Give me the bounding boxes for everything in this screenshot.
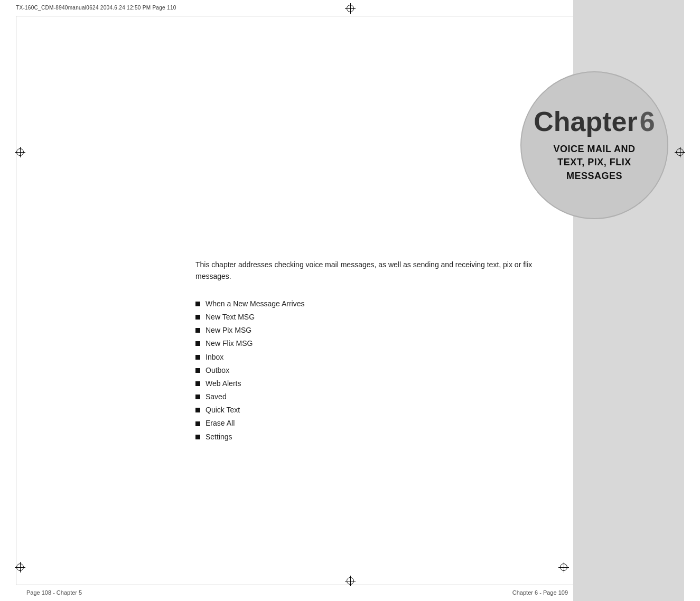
toc-item: Settings [195,430,568,444]
crosshair-top-right [675,147,685,157]
crosshair-bottom-right [558,562,569,572]
toc-item: Web Alerts [195,377,568,390]
main-content: This chapter addresses checking voice ma… [195,259,568,569]
bullet-icon [195,395,200,399]
toc-list: When a New Message ArrivesNew Text MSGNe… [195,297,568,444]
bullet-icon [195,421,200,426]
bullet-icon [195,381,200,386]
chapter-circle: Chapter 6 VOICE MAIL AND TEXT, PIX, FLIX… [520,71,668,219]
crosshair-top-center [345,3,356,14]
bullet-icon [195,408,200,412]
toc-item: New Flix MSG [195,337,568,350]
crosshair-top-left [15,147,25,157]
page-border-left [16,16,16,585]
bullet-icon [195,315,200,320]
toc-item-text: Inbox [206,351,223,364]
crosshair-bottom-center [345,576,356,586]
footer-right: Chapter 6 - Page 109 [512,589,568,596]
toc-item-text: Outbox [206,364,229,377]
toc-item: Saved [195,390,568,403]
toc-item-text: Web Alerts [206,377,241,390]
bullet-icon [195,368,200,373]
toc-item: Inbox [195,351,568,364]
intro-text: This chapter addresses checking voice ma… [195,259,568,283]
toc-item-text: When a New Message Arrives [206,297,305,311]
toc-item: When a New Message Arrives [195,297,568,311]
bullet-icon [195,355,200,360]
toc-item: Quick Text [195,403,568,417]
bullet-icon [195,435,200,439]
bullet-icon [195,302,200,306]
toc-item-text: Saved [206,390,227,403]
toc-item-text: Settings [206,430,232,444]
chapter-number: 6 [640,108,655,135]
header-text: TX-160C_CDM-8940manual0624 2004.6.24 12:… [16,5,176,11]
toc-item-text: New Text MSG [206,311,255,324]
toc-item-text: Erase All [206,417,235,430]
toc-item-text: Quick Text [206,403,240,417]
toc-item: Erase All [195,417,568,430]
crosshair-bottom-left [15,562,25,572]
footer-left: Page 108 - Chapter 5 [26,589,82,596]
chapter-title: VOICE MAIL AND TEXT, PIX, FLIX MESSAGES [548,143,640,183]
chapter-label: Chapter [534,108,637,135]
toc-item: New Text MSG [195,311,568,324]
bullet-icon [195,328,200,333]
bullet-icon [195,341,200,346]
toc-item: Outbox [195,364,568,377]
toc-item-text: New Flix MSG [206,337,253,350]
toc-item-text: New Pix MSG [206,324,251,337]
toc-item: New Pix MSG [195,324,568,337]
